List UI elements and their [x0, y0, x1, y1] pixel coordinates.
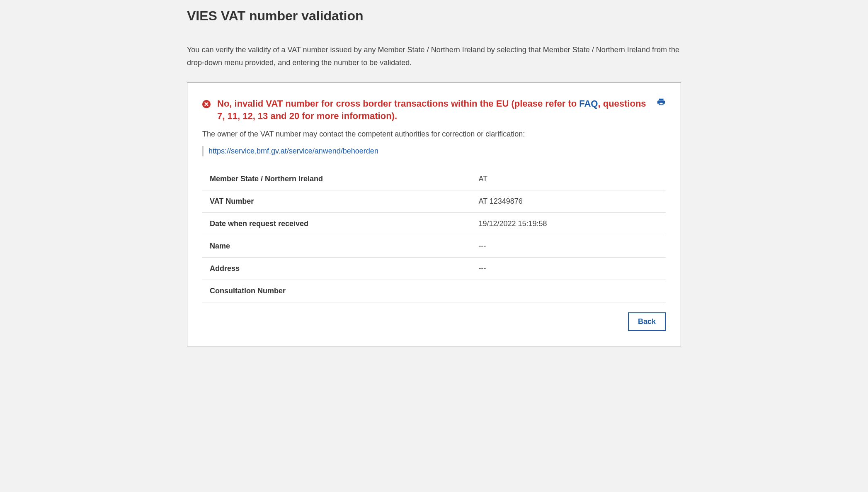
table-row: Date when request received 19/12/2022 15…: [202, 212, 666, 235]
row-value-consultation-number: [471, 280, 666, 302]
table-row: Consultation Number: [202, 280, 666, 302]
authority-link-block: https://service.bmf.gv.at/service/anwend…: [202, 146, 666, 156]
table-row: Address ---: [202, 257, 666, 280]
intro-text: You can verify the validity of a VAT num…: [187, 44, 681, 69]
row-value-request-date: 19/12/2022 15:19:58: [471, 212, 666, 235]
table-row: Member State / Northern Ireland AT: [202, 168, 666, 190]
result-panel: No, invalid VAT number for cross border …: [187, 82, 681, 346]
row-value-address: ---: [471, 257, 666, 280]
row-label-consultation-number: Consultation Number: [202, 280, 471, 302]
faq-link[interactable]: FAQ: [579, 98, 598, 109]
alert-message: No, invalid VAT number for cross border …: [217, 97, 650, 122]
row-value-name: ---: [471, 235, 666, 257]
page-title: VIES VAT number validation: [187, 8, 681, 24]
row-label-vat-number: VAT Number: [202, 190, 471, 212]
back-button[interactable]: Back: [628, 312, 666, 331]
row-value-vat-number: AT 12349876: [471, 190, 666, 212]
row-value-member-state: AT: [471, 168, 666, 190]
authority-link[interactable]: https://service.bmf.gv.at/service/anwend…: [209, 147, 378, 155]
table-row: VAT Number AT 12349876: [202, 190, 666, 212]
error-icon: [202, 100, 211, 108]
table-row: Name ---: [202, 235, 666, 257]
row-label-name: Name: [202, 235, 471, 257]
validation-alert: No, invalid VAT number for cross border …: [202, 97, 666, 122]
row-label-address: Address: [202, 257, 471, 280]
row-label-request-date: Date when request received: [202, 212, 471, 235]
actions-row: Back: [202, 312, 666, 331]
print-icon[interactable]: [657, 97, 666, 107]
owner-note: The owner of the VAT number may contact …: [202, 130, 666, 139]
row-label-member-state: Member State / Northern Ireland: [202, 168, 471, 190]
alert-prefix: No, invalid VAT number for cross border …: [217, 98, 579, 109]
result-details-table: Member State / Northern Ireland AT VAT N…: [202, 168, 666, 302]
